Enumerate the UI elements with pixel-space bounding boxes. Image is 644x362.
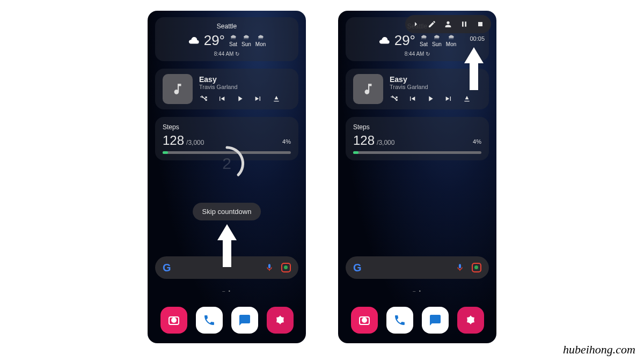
lyrics-icon[interactable]: [463, 94, 471, 103]
pencil-icon[interactable]: [428, 20, 436, 28]
svg-point-3: [362, 317, 367, 323]
watermark-text: hubeihong.com: [563, 343, 635, 357]
person-icon[interactable]: [444, 20, 452, 28]
mic-icon[interactable]: [456, 263, 464, 272]
chevron-right-icon[interactable]: [412, 20, 420, 28]
camera-app-icon[interactable]: [351, 307, 378, 334]
album-art: [163, 74, 193, 104]
forecast-row: 🌧Sat 🌧Sun 🌧Mon: [420, 33, 456, 47]
steps-percent: 4%: [473, 138, 481, 145]
weather-temp: 29°: [394, 32, 415, 49]
album-art: [353, 74, 383, 104]
google-logo-icon: G: [163, 262, 171, 274]
phone-app-icon[interactable]: [196, 307, 223, 334]
shuffle-icon[interactable]: [390, 94, 398, 103]
steps-label: Steps: [353, 123, 481, 131]
app-dock: [148, 307, 306, 334]
music-widget[interactable]: Easy Travis Garland: [155, 69, 298, 109]
google-search-bar[interactable]: G: [346, 256, 489, 279]
app-dock: [338, 307, 496, 334]
steps-label: Steps: [163, 123, 291, 131]
steps-widget[interactable]: Steps 128 /3,000 4%: [346, 117, 489, 160]
gallery-app-icon[interactable]: [457, 307, 484, 334]
svg-point-0: [171, 317, 177, 323]
annotation-arrow-icon: [464, 47, 484, 90]
cloud-icon: [188, 35, 200, 47]
steps-goal: /3,000: [186, 139, 204, 146]
steps-progress-bar: [353, 151, 481, 154]
svg-rect-2: [478, 22, 482, 26]
google-logo-icon: G: [353, 262, 362, 274]
steps-goal: /3,000: [377, 139, 394, 146]
recording-time: 00:05: [470, 35, 485, 42]
lens-icon[interactable]: [472, 263, 481, 272]
phone-screenshot-right: 00:05 Seattle 29° 🌧Sat 🌧Sun 🌧Mon 8:44 AM…: [338, 11, 496, 343]
page-indicator: – •: [222, 289, 231, 294]
camera-app-icon[interactable]: [160, 307, 187, 334]
stop-icon[interactable]: [476, 20, 485, 28]
page-indicator: – •: [413, 289, 422, 294]
mic-icon[interactable]: [265, 263, 274, 272]
lyrics-icon[interactable]: [272, 94, 281, 103]
play-icon[interactable]: [426, 94, 435, 103]
pause-icon[interactable]: [460, 20, 469, 28]
steps-count: 128: [163, 133, 184, 148]
weather-time: 8:44 AM ↻: [353, 51, 481, 57]
music-note-icon: [171, 82, 185, 96]
gallery-app-icon[interactable]: [267, 307, 294, 334]
track-artist: Travis Garland: [199, 84, 291, 90]
steps-percent: 4%: [282, 138, 291, 145]
play-icon[interactable]: [236, 94, 244, 103]
recording-toolbar[interactable]: [405, 15, 491, 33]
phone-screenshot-left: Seattle 29° 🌧Sat 🌧Sun 🌧Mon 8:44 AM ↻: [148, 11, 306, 343]
weather-widget[interactable]: Seattle 29° 🌧Sat 🌧Sun 🌧Mon 8:44 AM ↻: [155, 17, 298, 61]
next-icon[interactable]: [444, 94, 453, 103]
weather-time: 8:44 AM ↻: [163, 51, 291, 57]
countdown-arc: 2: [208, 145, 246, 182]
weather-city: Seattle: [163, 23, 291, 30]
cloud-icon: [378, 35, 390, 47]
weather-temp: 29°: [204, 32, 225, 49]
phone-app-icon[interactable]: [386, 307, 413, 334]
next-icon[interactable]: [254, 94, 262, 103]
shuffle-icon[interactable]: [199, 94, 208, 103]
prev-icon[interactable]: [217, 94, 226, 103]
annotation-arrow-icon: [217, 224, 237, 267]
messages-app-icon[interactable]: [422, 307, 449, 334]
music-note-icon: [361, 82, 375, 96]
steps-count: 128: [353, 133, 375, 148]
lens-icon[interactable]: [281, 263, 291, 272]
skip-countdown-button[interactable]: Skip countdown: [193, 203, 261, 220]
messages-app-icon[interactable]: [231, 307, 258, 334]
forecast-row: 🌧Sat 🌧Sun 🌧Mon: [229, 33, 266, 47]
track-title: Easy: [199, 75, 291, 84]
countdown-number: 2: [208, 145, 246, 182]
prev-icon[interactable]: [408, 94, 416, 103]
